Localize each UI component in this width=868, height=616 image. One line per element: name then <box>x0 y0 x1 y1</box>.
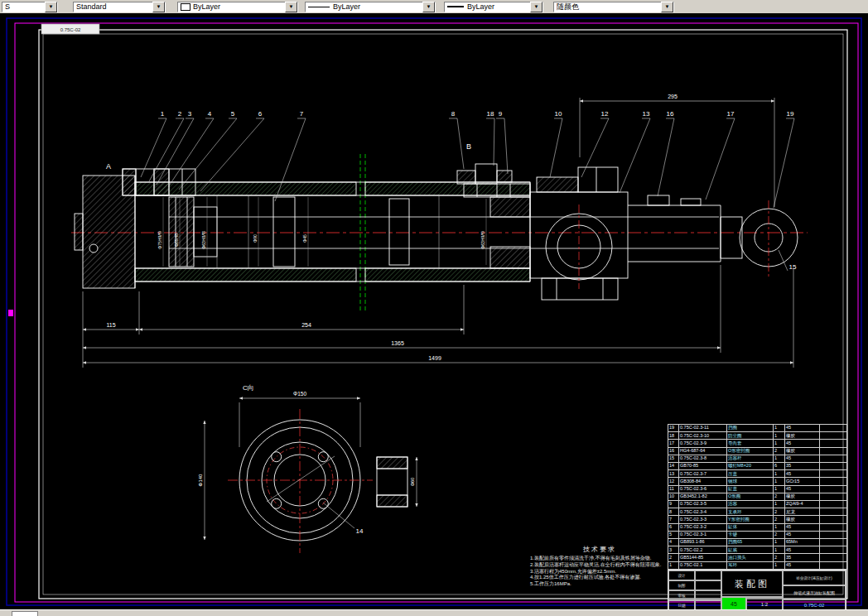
plotstyle-combo[interactable]: 随颜色 ▼ <box>553 2 674 12</box>
bom-cell-qty: 2 <box>774 493 785 500</box>
sign-blank <box>695 590 721 600</box>
svg-text:3: 3 <box>188 110 192 118</box>
bom-cell-remark <box>820 447 847 455</box>
lineweight-combo[interactable]: ByLayer ▼ <box>444 2 543 12</box>
bom-cell-no: 17 <box>668 440 679 447</box>
table-row: 7 0.75C-02.3-3 Y形密封圈 2 橡胶 <box>668 516 847 523</box>
table-row: 9 0.75C-02.3-5 活塞 1 ZQAl9-4 <box>668 501 847 508</box>
drawing-canvas[interactable]: 0.75C-02 <box>0 13 868 609</box>
table-row: 10 GB3452.1-82 O形圈 2 橡胶 <box>668 493 847 500</box>
properties-toolbar: S ▼ Standard ▼ ByLayer ▼ ByLayer ▼ ByLay… <box>0 0 868 14</box>
table-row: 11 0.75C-02.3-6 缸盖 1 45 <box>668 485 847 493</box>
table-row: 6 0.75C-02.3-2 缸体 1 45 <box>668 523 847 531</box>
bom-cell-remark <box>820 478 847 485</box>
lineweight-combo-value: ByLayer <box>467 2 530 11</box>
bom-cell-name: 支承环 <box>727 508 774 516</box>
svg-text:4: 4 <box>208 110 212 118</box>
svg-text:14: 14 <box>356 527 364 535</box>
bom-cell-qty: 2 <box>774 531 785 538</box>
tech-requirements-list: 1.装配前所有零件须清洗干净,不得有毛刺及铁屑等杂物.2.装配后活塞杆运动应平稳… <box>530 556 669 588</box>
chevron-down-icon[interactable]: ▼ <box>45 2 57 12</box>
bom-cell-qty: 2 <box>774 447 785 455</box>
bom-cell-code: GB70-85 <box>679 463 727 470</box>
bom-cell-no: 1 <box>668 561 679 569</box>
bom-cell-no: 19 <box>668 425 679 432</box>
bom-cell-code: 0.75C-02.1 <box>679 561 727 569</box>
tech-requirement-item: 5.工作压力16MPa. <box>530 581 669 588</box>
bom-cell-remark <box>820 523 847 531</box>
bom-cell-material: 45 <box>785 485 820 493</box>
bom-body: 19 0.75C-02.3-11 挡圈 1 45 18 0.75C-02.3-1… <box>668 425 847 570</box>
chevron-down-icon[interactable]: ▼ <box>285 2 297 12</box>
svg-text:18: 18 <box>487 110 494 118</box>
bom-cell-code: GB5144-85 <box>679 554 727 561</box>
title-block: 设计 制图 审核 日期 装配图 45 1:2 毕业设计(液压缸设计) 伸缩式液压… <box>668 570 846 612</box>
bom-cell-qty: 1 <box>774 440 785 447</box>
table-row: 19 0.75C-02.3-11 挡圈 1 45 <box>668 425 847 432</box>
bom-cell-code: 0.75C-02.3-9 <box>679 440 727 447</box>
bom-cell-qty: 1 <box>774 485 785 493</box>
bom-cell-remark <box>820 561 847 569</box>
bom-cell-remark <box>820 554 847 561</box>
bom-cell-code: GB893.1-86 <box>679 539 727 546</box>
chevron-down-icon[interactable]: ▼ <box>661 2 673 12</box>
sign-blank <box>695 570 721 580</box>
bom-cell-code: GB308-84 <box>679 478 727 485</box>
svg-text:13: 13 <box>643 110 650 118</box>
table-row: 18 0.75C-02.3-10 防尘圈 1 橡胶 <box>668 432 847 440</box>
bom-cell-qty: 1 <box>774 546 785 554</box>
bom-cell-material: 45 <box>785 440 820 447</box>
bom-cell-qty: 2 <box>774 516 785 523</box>
bom-cell-qty: 1 <box>774 470 785 478</box>
bom-cell-name: 防尘圈 <box>727 432 774 440</box>
svg-text:17: 17 <box>727 110 735 118</box>
table-row: 13 0.75C-02.3-7 压盖 1 45 <box>668 470 847 478</box>
bom-cell-no: 10 <box>668 493 679 500</box>
svg-text:7: 7 <box>300 110 304 118</box>
bom-cell-name: 螺钉M8×20 <box>727 463 774 470</box>
chevron-down-icon[interactable]: ▼ <box>530 2 542 12</box>
svg-text:2: 2 <box>178 110 182 118</box>
bom-cell-remark <box>820 501 847 508</box>
sign-label: 审核 <box>668 590 695 600</box>
cad-window: S ▼ Standard ▼ ByLayer ▼ ByLayer ▼ ByLay… <box>0 0 868 616</box>
dim-254: 254 <box>301 322 311 328</box>
text-style-combo[interactable]: Standard ▼ <box>73 2 166 12</box>
plotstyle-combo-value: 随颜色 <box>557 2 661 12</box>
dim-1365: 1365 <box>391 340 404 346</box>
tech-requirement-item: 1.装配前所有零件须清洗干净,不得有毛刺及铁屑等杂物. <box>530 556 669 562</box>
svg-text:9: 9 <box>499 110 503 118</box>
tech-requirement-item: 2.装配后活塞杆运动应平稳灵活,在全行程内不得有阻滞现象. <box>530 562 669 569</box>
bom-cell-no: 8 <box>668 508 679 516</box>
color-combo-value: ByLayer <box>193 2 285 11</box>
svg-text:Φ90: Φ90 <box>253 234 258 243</box>
bom-cell-no: 15 <box>668 455 679 462</box>
bom-cell-name: O形密封圈 <box>727 447 774 455</box>
bom-cell-remark <box>820 455 847 462</box>
chevron-down-icon[interactable]: ▼ <box>422 2 435 12</box>
linetype-combo-value: ByLayer <box>333 2 422 11</box>
bom-cell-material: 45 <box>785 531 820 538</box>
lineweight-glyph-icon <box>447 6 464 7</box>
bom-cell-remark <box>820 508 847 516</box>
linetype-combo[interactable]: ByLayer ▼ <box>305 2 436 12</box>
layer-combo[interactable]: S ▼ <box>2 2 58 12</box>
chevron-down-icon[interactable]: ▼ <box>152 2 165 12</box>
color-swatch-icon <box>181 3 190 11</box>
bom-cell-no: 6 <box>668 523 679 531</box>
bom-cell-name: 挡圈65 <box>727 539 774 546</box>
bom-cell-material: GCr15 <box>785 478 820 485</box>
svg-text:15: 15 <box>789 263 797 271</box>
bom-cell-no: 3 <box>668 546 679 554</box>
bom-cell-name: 缸盖 <box>727 485 774 493</box>
bom-cell-name: 挡圈 <box>727 425 774 432</box>
project-name: 毕业设计(液压缸设计) <box>783 570 846 585</box>
bom-cell-name: 耳环 <box>727 561 774 569</box>
bom-cell-code: 0.75C-02.3-4 <box>679 508 727 516</box>
bom-cell-remark <box>820 470 847 478</box>
bom-cell-remark <box>820 546 847 554</box>
bom-cell-qty: 2 <box>774 508 785 516</box>
color-combo[interactable]: ByLayer ▼ <box>177 2 298 12</box>
bom-cell-qty: 1 <box>774 501 785 508</box>
text-style-value: Standard <box>76 2 152 11</box>
